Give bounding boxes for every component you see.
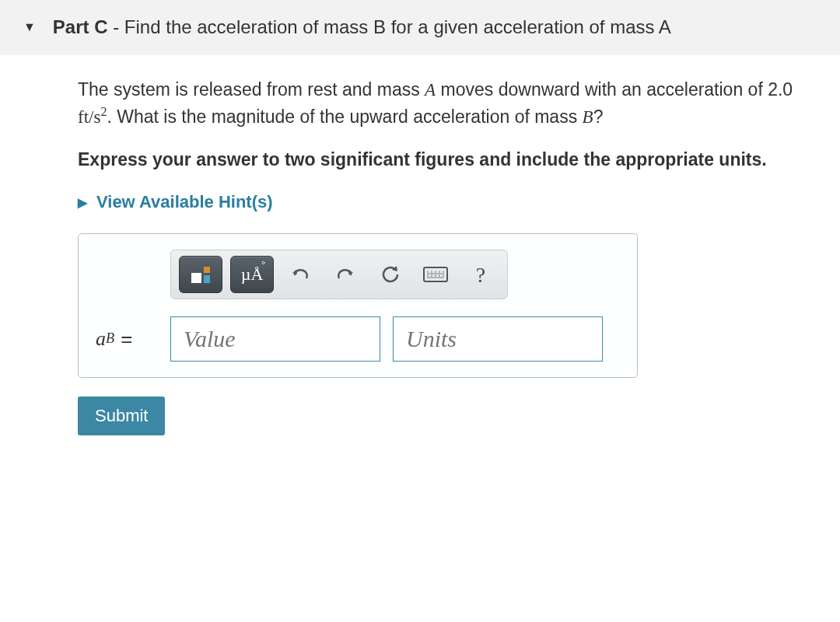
problem-statement: The system is released from rest and mas… (78, 77, 817, 130)
units-symbols-button[interactable]: µÅ (230, 256, 274, 293)
part-header[interactable]: ▼ Part C - Find the acceleration of mass… (0, 0, 840, 55)
units-input[interactable] (393, 316, 603, 362)
templates-icon (191, 267, 210, 283)
redo-button[interactable] (327, 256, 364, 293)
redo-icon (335, 265, 355, 284)
answer-box: µÅ ? (78, 233, 638, 378)
mass-A-symbol: A (425, 80, 436, 100)
value-input[interactable] (170, 316, 380, 362)
reset-icon (380, 264, 401, 285)
toolbar-bg: µÅ ? (170, 250, 508, 299)
expand-icon: ▶ (78, 194, 87, 211)
answer-instruction: Express your answer to two significant f… (78, 147, 817, 172)
keyboard-button[interactable] (417, 256, 454, 293)
help-button[interactable]: ? (462, 256, 499, 293)
part-content: The system is released from rest and mas… (0, 55, 840, 459)
undo-icon (290, 265, 310, 284)
hints-label: View Available Hint(s) (96, 190, 273, 215)
part-title: Part C - Find the acceleration of mass B… (53, 14, 817, 41)
keyboard-icon (423, 267, 448, 282)
collapse-icon: ▼ (23, 19, 36, 36)
reset-button[interactable] (372, 256, 409, 293)
hints-toggle[interactable]: ▶ View Available Hint(s) (78, 190, 817, 215)
variable-label: aB = (96, 325, 158, 353)
mass-B-symbol: B (583, 107, 593, 127)
submit-button[interactable]: Submit (78, 397, 165, 435)
undo-button[interactable] (282, 256, 319, 293)
help-icon: ? (476, 260, 485, 290)
part-label: Part C (53, 16, 108, 37)
answer-toolbar: µÅ ? (170, 250, 620, 299)
answer-input-row: aB = (96, 316, 620, 362)
templates-button[interactable] (179, 256, 222, 293)
